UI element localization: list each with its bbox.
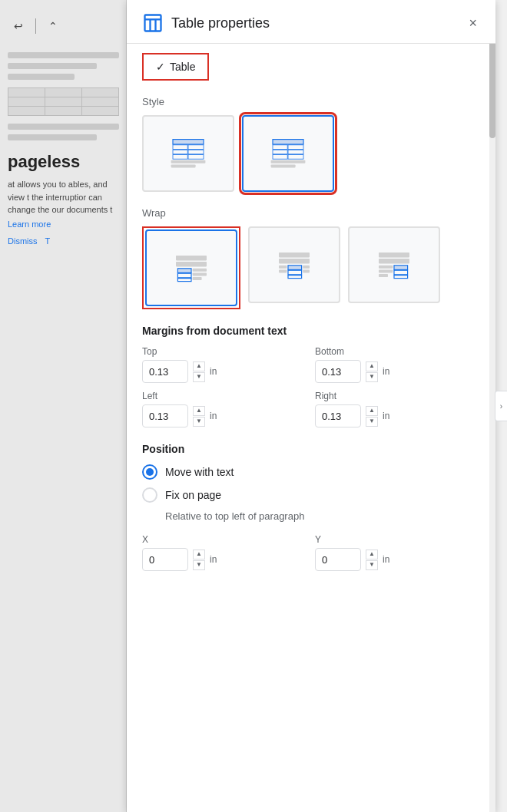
top-stepper: ▲ ▼ xyxy=(193,361,205,382)
wrap-option-3[interactable] xyxy=(348,226,440,303)
table-tab[interactable]: ✓ Table xyxy=(142,53,209,81)
doc-background: ↩ ⌃ pageless at allows you to ables, and… xyxy=(0,0,127,812)
svg-rect-34 xyxy=(279,259,310,263)
doc-toolbar: ↩ ⌃ xyxy=(8,15,119,37)
left-unit: in xyxy=(210,411,217,421)
panel-header: Table properties × xyxy=(127,0,495,44)
x-input-row: ▲ ▼ in xyxy=(142,548,307,571)
wrap-option-2[interactable] xyxy=(248,226,340,303)
right-increment-button[interactable]: ▲ xyxy=(366,406,378,416)
svg-rect-49 xyxy=(379,266,393,269)
svg-rect-42 xyxy=(303,269,310,272)
right-label: Right xyxy=(315,391,480,401)
svg-rect-13 xyxy=(171,164,196,167)
bottom-increment-button[interactable]: ▲ xyxy=(366,361,378,371)
top-input[interactable] xyxy=(142,360,188,383)
svg-rect-51 xyxy=(379,274,388,277)
move-with-text-radio[interactable] xyxy=(142,464,157,480)
svg-rect-16 xyxy=(273,145,287,150)
fix-on-page-option[interactable]: Fix on page xyxy=(142,487,480,503)
style-option-2[interactable] xyxy=(242,115,334,192)
style-icon-1 xyxy=(169,138,207,169)
doc-lines xyxy=(8,52,119,80)
margins-title: Margins from document text xyxy=(142,325,480,337)
move-with-text-label: Move with text xyxy=(165,466,234,478)
tab-label: Table xyxy=(170,61,195,73)
y-label: Y xyxy=(315,534,480,545)
svg-rect-12 xyxy=(171,160,206,163)
bottom-input[interactable] xyxy=(315,360,361,383)
y-increment-button[interactable]: ▲ xyxy=(366,550,378,559)
tab-check-icon: ✓ xyxy=(156,61,165,73)
collapse-button[interactable]: › xyxy=(495,391,507,421)
relative-text: Relative to top left of paragraph xyxy=(165,510,480,522)
table-properties-panel: Table properties × ✓ Table Style xyxy=(127,0,495,812)
y-stepper: ▲ ▼ xyxy=(366,550,378,570)
svg-rect-30 xyxy=(193,269,207,272)
svg-rect-45 xyxy=(394,266,408,270)
y-input[interactable] xyxy=(315,548,361,571)
y-coord-field: Y ▲ ▼ in xyxy=(315,534,480,571)
svg-rect-20 xyxy=(273,155,287,160)
svg-rect-48 xyxy=(394,276,408,279)
left-decrement-button[interactable]: ▼ xyxy=(193,417,205,427)
svg-rect-28 xyxy=(177,273,191,278)
svg-rect-11 xyxy=(188,155,204,160)
svg-rect-4 xyxy=(173,140,204,144)
style-section-label: Style xyxy=(142,96,480,107)
left-increment-button[interactable]: ▲ xyxy=(193,406,205,416)
x-coord-field: X ▲ ▼ in xyxy=(142,534,307,571)
svg-rect-6 xyxy=(173,145,187,150)
left-margin-field: Left ▲ ▼ in xyxy=(142,391,307,427)
y-unit: in xyxy=(383,554,389,565)
doc-content: ↩ ⌃ pageless at allows you to ables, and… xyxy=(0,0,127,812)
left-input[interactable] xyxy=(142,404,188,427)
wrap-icon-1 xyxy=(172,253,210,283)
x-increment-button[interactable]: ▲ xyxy=(193,550,205,559)
wrap-option-1[interactable] xyxy=(145,229,237,306)
top-unit: in xyxy=(210,366,217,377)
chevron-up-button[interactable]: ⌃ xyxy=(42,15,64,37)
svg-rect-47 xyxy=(394,270,408,275)
y-decrement-button[interactable]: ▼ xyxy=(366,560,378,570)
tab-row: ✓ Table xyxy=(142,53,480,81)
table-icon xyxy=(142,12,164,34)
top-margin-field: Top ▲ ▼ in xyxy=(142,346,307,383)
left-input-row: ▲ ▼ in xyxy=(142,404,307,427)
style-option-1[interactable] xyxy=(142,115,234,192)
right-input[interactable] xyxy=(315,404,361,427)
svg-rect-24 xyxy=(176,256,207,260)
dismiss-button[interactable]: Dismiss xyxy=(8,236,38,246)
doc-line xyxy=(8,74,75,80)
doc-table-mini xyxy=(8,87,119,116)
x-input[interactable] xyxy=(142,548,188,571)
undo-button[interactable]: ↩ xyxy=(8,15,29,37)
wrap-section-label: Wrap xyxy=(142,207,480,219)
bottom-stepper: ▲ ▼ xyxy=(366,361,378,382)
dismiss-row: Dismiss T xyxy=(8,236,119,246)
svg-rect-29 xyxy=(177,279,191,282)
top-increment-button[interactable]: ▲ xyxy=(193,361,205,371)
position-title: Position xyxy=(142,443,480,455)
chevron-right-icon: › xyxy=(500,402,502,411)
margins-grid: Top ▲ ▼ in Bottom xyxy=(142,346,480,427)
svg-rect-17 xyxy=(288,145,303,150)
bottom-margin-field: Bottom ▲ ▼ in xyxy=(315,346,480,383)
x-decrement-button[interactable]: ▼ xyxy=(193,560,205,570)
right-unit: in xyxy=(383,411,389,421)
wrap-icon-3 xyxy=(375,249,413,280)
panel-close-button[interactable]: × xyxy=(466,13,480,33)
right-decrement-button[interactable]: ▼ xyxy=(366,417,378,427)
bottom-decrement-button[interactable]: ▼ xyxy=(366,372,378,382)
y-input-row: ▲ ▼ in xyxy=(315,548,480,571)
position-section: Position Move with text Fix on page Rela… xyxy=(142,443,480,571)
top-decrement-button[interactable]: ▼ xyxy=(193,372,205,382)
svg-rect-22 xyxy=(271,160,306,163)
t-button[interactable]: T xyxy=(45,236,51,246)
fix-on-page-radio[interactable] xyxy=(142,487,157,503)
svg-rect-40 xyxy=(279,269,287,272)
move-with-text-option[interactable]: Move with text xyxy=(142,464,480,480)
fix-on-page-label: Fix on page xyxy=(165,489,221,501)
coords-grid: X ▲ ▼ in Y xyxy=(142,534,480,571)
learn-more-link[interactable]: Learn more xyxy=(8,220,119,229)
